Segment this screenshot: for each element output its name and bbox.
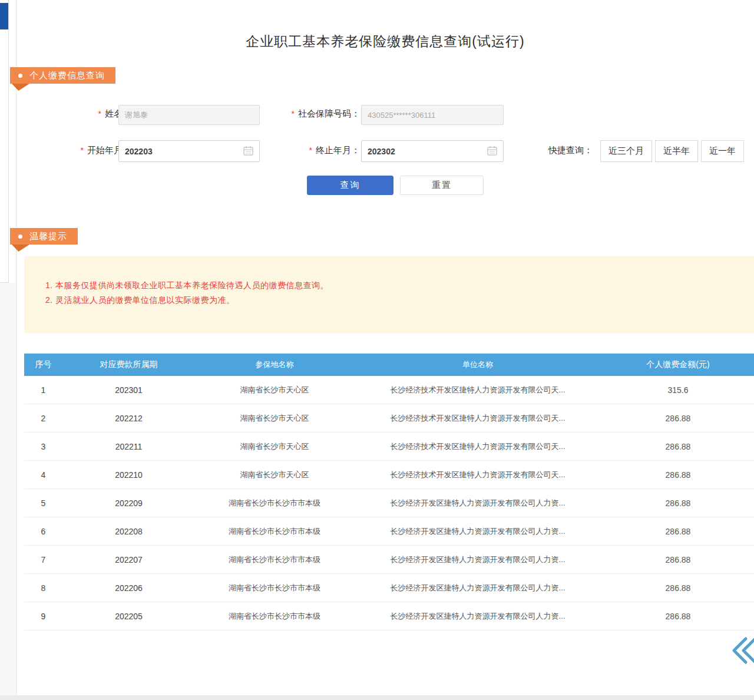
cell-period: 202210	[62, 470, 195, 480]
double-chevron-left-icon[interactable]	[732, 635, 754, 666]
table-row: 7 202207 湖南省长沙市长沙市市本级 长沙经济开发区捷特人力资源开发有限公…	[24, 546, 754, 574]
bullet-icon	[18, 74, 22, 78]
cell-seq: 8	[24, 583, 62, 593]
name-field[interactable]: 谢旭泰	[118, 105, 260, 125]
cell-period: 202209	[62, 498, 195, 508]
start-month-label: *开始年月：	[40, 145, 131, 156]
quick-query-group: 近三个月 近半年 近一年	[600, 140, 744, 162]
cell-employer: 长沙经济开发区捷特人力资源开发有限公司人力资...	[354, 554, 601, 565]
cell-insured-place: 湖南省长沙市长沙市市本级	[195, 583, 354, 593]
required-asterisk: *	[309, 146, 312, 155]
cell-seq: 6	[24, 527, 62, 536]
required-asterisk: *	[292, 109, 295, 118]
cell-employer: 长沙经济开发区捷特人力资源开发有限公司人力资...	[354, 498, 601, 509]
cell-seq: 4	[24, 470, 62, 480]
section-badge-tips: 温馨提示	[10, 228, 78, 245]
table-row: 1 202301 湖南省长沙市天心区 长沙经济技术开发区捷特人力资源开发有限公司…	[24, 376, 754, 404]
cell-employer: 长沙经济技术开发区捷特人力资源开发有限公司天...	[354, 441, 601, 452]
bullet-icon	[18, 235, 22, 239]
cell-period: 202207	[62, 555, 195, 564]
table-row: 5 202209 湖南省长沙市长沙市市本级 长沙经济开发区捷特人力资源开发有限公…	[24, 489, 754, 517]
sidebar-selected-indicator	[0, 3, 8, 29]
table-row: 8 202206 湖南省长沙市长沙市市本级 长沙经济开发区捷特人力资源开发有限公…	[24, 574, 754, 602]
quick-btn-last-year[interactable]: 近一年	[701, 140, 744, 162]
required-asterisk: *	[81, 146, 84, 155]
quick-btn-last-3-months[interactable]: 近三个月	[600, 140, 652, 162]
col-header-insured-place: 参保地名称	[195, 359, 354, 370]
cell-amount: 286.88	[601, 583, 754, 593]
page-title: 企业职工基本养老保险缴费信息查询(试运行)	[16, 32, 754, 51]
cell-seq: 5	[24, 498, 62, 508]
cell-seq: 9	[24, 612, 62, 621]
cell-employer: 长沙经济技术开发区捷特人力资源开发有限公司天...	[354, 385, 601, 395]
cell-seq: 7	[24, 555, 62, 564]
end-month-label: *终止年月：	[269, 145, 360, 156]
start-month-value: 202203	[125, 147, 153, 156]
query-button[interactable]: 查询	[307, 176, 393, 195]
section-badge-personal-query: 个人缴费信息查询	[10, 67, 115, 84]
table-row: 4 202210 湖南省长沙市天心区 长沙经济技术开发区捷特人力资源开发有限公司…	[24, 461, 754, 489]
table-row: 3 202211 湖南省长沙市天心区 长沙经济技术开发区捷特人力资源开发有限公司…	[24, 432, 754, 461]
page-bottom-strip	[0, 695, 754, 700]
section-badge-label: 个人缴费信息查询	[29, 70, 105, 81]
cell-insured-place: 湖南省长沙市长沙市市本级	[195, 611, 354, 622]
payment-table: 序号 对应费款所属期 参保地名称 单位名称 个人缴费金额(元) 1 202301…	[24, 354, 754, 630]
cell-employer: 长沙经济开发区捷特人力资源开发有限公司人力资...	[354, 611, 601, 622]
end-month-value: 202302	[368, 147, 395, 156]
cell-insured-place: 湖南省长沙市长沙市市本级	[195, 554, 354, 565]
cell-employer: 长沙经济开发区捷特人力资源开发有限公司人力资...	[354, 526, 601, 537]
tips-line: 2. 灵活就业人员的缴费单位信息以实际缴费为准。	[45, 293, 742, 308]
main-panel: 企业职工基本养老保险缴费信息查询(试运行) *姓名： 谢旭泰 *社会保障号码： …	[16, 0, 754, 695]
end-month-field[interactable]: 202302	[361, 140, 504, 162]
cell-amount: 286.88	[601, 498, 754, 508]
cell-period: 202301	[62, 385, 195, 395]
cell-seq: 2	[24, 414, 62, 423]
cell-amount: 286.88	[601, 414, 754, 423]
cell-seq: 1	[24, 385, 62, 395]
quick-query-label: 快捷查询：	[548, 145, 598, 156]
tips-notice-box: 1. 本服务仅提供尚未领取企业职工基本养老保险待遇人员的缴费信息查询。 2. 灵…	[24, 256, 754, 333]
calendar-icon[interactable]	[243, 146, 253, 157]
required-asterisk: *	[98, 109, 101, 118]
reset-button[interactable]: 重置	[400, 176, 484, 195]
ssn-value: 430525******306111	[368, 111, 435, 120]
cell-period: 202211	[62, 442, 195, 451]
cell-insured-place: 湖南省长沙市天心区	[195, 385, 354, 395]
cell-insured-place: 湖南省长沙市天心区	[195, 413, 354, 424]
ssn-field[interactable]: 430525******306111	[361, 105, 504, 125]
cell-period: 202212	[62, 414, 195, 423]
table-row: 9 202205 湖南省长沙市长沙市市本级 长沙经济开发区捷特人力资源开发有限公…	[24, 602, 754, 630]
query-form: *姓名： 谢旭泰 *社会保障号码： 430525******306111 *开始…	[16, 100, 754, 203]
cell-amount: 286.88	[601, 612, 754, 621]
start-month-field[interactable]: 202203	[118, 140, 260, 162]
cell-insured-place: 湖南省长沙市长沙市市本级	[195, 498, 354, 509]
cell-period: 202208	[62, 527, 195, 536]
cell-insured-place: 湖南省长沙市天心区	[195, 441, 354, 452]
table-body: 1 202301 湖南省长沙市天心区 长沙经济技术开发区捷特人力资源开发有限公司…	[24, 376, 754, 630]
cell-amount: 286.88	[601, 527, 754, 536]
section-badge-label: 温馨提示	[29, 231, 67, 242]
cell-amount: 286.88	[601, 470, 754, 480]
cell-period: 202205	[62, 612, 195, 621]
cell-amount: 286.88	[601, 555, 754, 564]
table-row: 2 202212 湖南省长沙市天心区 长沙经济技术开发区捷特人力资源开发有限公司…	[24, 404, 754, 432]
cell-employer: 长沙经济技术开发区捷特人力资源开发有限公司天...	[354, 413, 601, 424]
col-header-employer: 单位名称	[354, 359, 601, 370]
calendar-icon[interactable]	[487, 146, 497, 157]
table-header-row: 序号 对应费款所属期 参保地名称 单位名称 个人缴费金额(元)	[24, 354, 754, 376]
table-row: 6 202208 湖南省长沙市长沙市市本级 长沙经济开发区捷特人力资源开发有限公…	[24, 517, 754, 546]
name-value: 谢旭泰	[125, 110, 148, 120]
col-header-seq: 序号	[24, 359, 62, 370]
cell-employer: 长沙经济技术开发区捷特人力资源开发有限公司天...	[354, 470, 601, 480]
cell-employer: 长沙经济开发区捷特人力资源开发有限公司人力资...	[354, 583, 601, 593]
cell-seq: 3	[24, 442, 62, 451]
col-header-period: 对应费款所属期	[62, 359, 195, 370]
quick-btn-last-half-year[interactable]: 近半年	[655, 140, 698, 162]
cell-insured-place: 湖南省长沙市长沙市市本级	[195, 526, 354, 537]
page-gutter	[0, 283, 15, 700]
cell-amount: 286.88	[601, 442, 754, 451]
pension-query-page: { "window": { "title": "企业职工基本养老保险缴费信息查询…	[0, 0, 754, 700]
tips-line: 1. 本服务仅提供尚未领取企业职工基本养老保险待遇人员的缴费信息查询。	[45, 278, 742, 293]
ssn-label: *社会保障号码：	[263, 108, 360, 120]
cell-insured-place: 湖南省长沙市天心区	[195, 470, 354, 480]
